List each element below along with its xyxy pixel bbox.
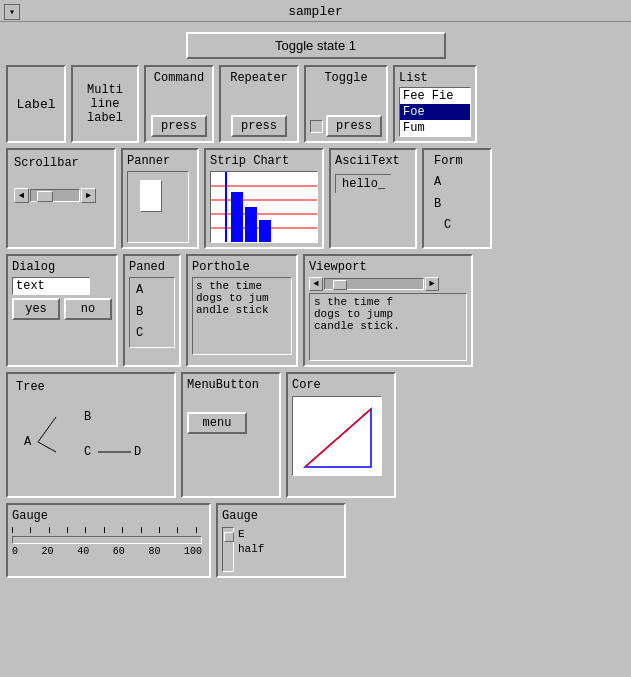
scrollbar-widget: Scrollbar ◄ ► [6, 148, 116, 249]
window-title: sampler [288, 4, 343, 19]
porthole-label: Porthole [192, 260, 250, 274]
svg-rect-4 [231, 192, 243, 243]
repeater-label: Repeater [230, 71, 288, 85]
dialog-no-button[interactable]: no [64, 298, 112, 320]
porthole-widget: Porthole s the timedogs to jumandle stic… [186, 254, 298, 367]
stripchart-svg [211, 172, 318, 243]
dialog-yes-button[interactable]: yes [12, 298, 60, 320]
svg-line-16 [305, 409, 371, 467]
paned-item-a: A [136, 280, 168, 302]
tree-svg: A B C D [16, 400, 166, 490]
toggle-checkbox[interactable] [310, 120, 323, 133]
menubutton-widget: MenuButton menu [181, 372, 281, 498]
stripchart-canvas [210, 171, 318, 243]
label-widget: Label [6, 65, 66, 143]
viewport-text: s the time fdogs to jumpcandle stick. [314, 296, 462, 332]
form-widget: Form A B C [422, 148, 492, 249]
viewport-scroll-left[interactable]: ◄ [309, 277, 323, 291]
dialog-widget: Dialog yes no [6, 254, 118, 367]
form-item-c: C [444, 215, 480, 237]
paned-label: Paned [129, 260, 165, 274]
viewport-inner[interactable]: s the time fdogs to jumpcandle stick. [309, 293, 467, 361]
toggle-press-button[interactable]: press [326, 115, 382, 137]
svg-rect-5 [245, 207, 257, 243]
toggle-label: Toggle [324, 71, 367, 85]
form-label: Form [434, 154, 463, 168]
gauge2-label: Gauge [222, 509, 258, 523]
svg-text:D: D [134, 445, 141, 459]
menubutton-menu-button[interactable]: menu [187, 412, 247, 434]
paned-item-c: C [136, 323, 168, 345]
command-label: Command [154, 71, 204, 85]
core-widget: Core [286, 372, 396, 498]
multilabel-text: Multilinelabel [87, 83, 123, 125]
paned-widget: Paned A B C [123, 254, 181, 367]
core-canvas [292, 396, 382, 476]
gauge1-labels: 0 20 40 60 80 100 [12, 546, 202, 557]
gauge2-text: Ehalf [238, 527, 264, 558]
asciitext-value[interactable]: hello_ [335, 174, 391, 193]
viewport-label: Viewport [309, 260, 367, 274]
panner-label: Panner [127, 154, 170, 168]
list-item[interactable]: Fee Fie [400, 88, 470, 104]
scrollbar-trough[interactable] [30, 189, 80, 202]
list-inner[interactable]: Fee Fie Foe Fum [399, 87, 471, 137]
svg-line-12 [38, 417, 56, 442]
corner-button[interactable]: ▾ [4, 4, 20, 20]
gauge2-track[interactable] [222, 527, 234, 572]
viewport-scroll-trough[interactable] [324, 278, 424, 290]
gauge2-widget: Gauge Ehalf [216, 503, 346, 578]
toggle-state-button[interactable]: Toggle state 1 [186, 32, 446, 59]
list-label: List [399, 71, 428, 85]
svg-text:C: C [84, 445, 91, 459]
core-label: Core [292, 378, 321, 392]
porthole-text: s the timedogs to jumandle stick [196, 280, 288, 316]
toggle-widget: Toggle press [304, 65, 388, 143]
asciitext-label: AsciiText [335, 154, 400, 168]
label-text: Label [16, 97, 55, 112]
scrollbar-thumb[interactable] [37, 191, 53, 202]
panner-canvas[interactable] [127, 171, 189, 243]
repeater-press-button[interactable]: press [231, 115, 287, 137]
title-bar: ▾ sampler [0, 0, 631, 22]
tree-label: Tree [16, 380, 45, 394]
stripchart-label: Strip Chart [210, 154, 289, 168]
form-item-b: B [434, 194, 480, 216]
stripchart-widget: Strip Chart [204, 148, 324, 249]
menubutton-label: MenuButton [187, 378, 259, 392]
dialog-input[interactable] [12, 277, 90, 295]
core-svg [293, 397, 383, 477]
paned-item-b: B [136, 302, 168, 324]
asciitext-widget: AsciiText hello_ [329, 148, 417, 249]
tree-widget: Tree A B C D [6, 372, 176, 498]
gauge1-track[interactable] [12, 536, 202, 544]
panner-widget: Panner [121, 148, 199, 249]
paned-inner: A B C [129, 277, 175, 348]
scrollbar-left-arrow[interactable]: ◄ [14, 188, 29, 203]
viewport-widget: Viewport ◄ ► s the time fdogs to jumpcan… [303, 254, 473, 367]
list-item[interactable]: Fum [400, 120, 470, 136]
svg-text:B: B [84, 410, 91, 424]
viewport-scroll-right[interactable]: ► [425, 277, 439, 291]
svg-text:A: A [24, 435, 32, 449]
command-press-button[interactable]: press [151, 115, 207, 137]
panner-thumb[interactable] [140, 180, 162, 212]
list-item-selected[interactable]: Foe [400, 104, 470, 120]
svg-line-13 [38, 442, 56, 452]
svg-rect-6 [259, 220, 271, 243]
command-widget: Command press [144, 65, 214, 143]
scrollbar-right-arrow[interactable]: ► [81, 188, 96, 203]
porthole-inner[interactable]: s the timedogs to jumandle stick [192, 277, 292, 355]
gauge1-widget: Gauge [6, 503, 211, 578]
list-widget: List Fee Fie Foe Fum [393, 65, 477, 143]
gauge1-label: Gauge [12, 509, 48, 523]
form-item-a: A [434, 172, 480, 194]
repeater-widget: Repeater press [219, 65, 299, 143]
multilabel-widget: Multilinelabel [71, 65, 139, 143]
scrollbar-label: Scrollbar [14, 156, 79, 170]
dialog-label: Dialog [12, 260, 55, 274]
